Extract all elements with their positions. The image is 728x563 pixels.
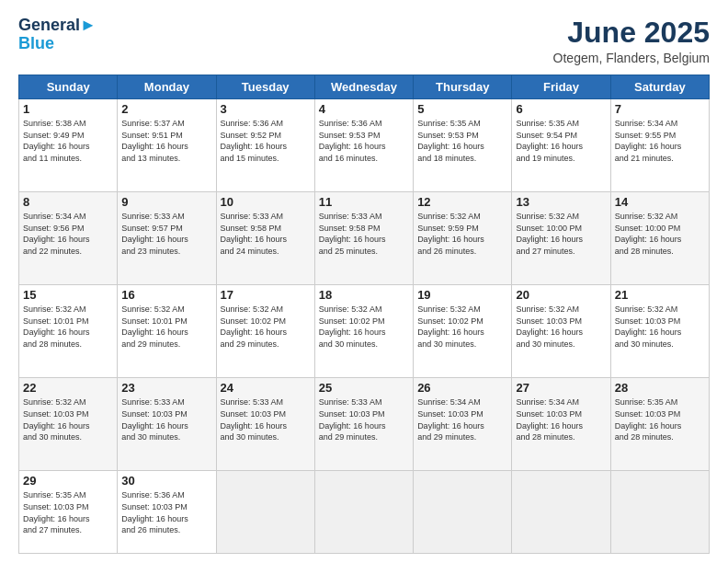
calendar-cell: 19Sunrise: 5:32 AM Sunset: 10:02 PM Dayl… [414, 285, 512, 378]
calendar-cell: 12Sunrise: 5:32 AM Sunset: 9:59 PM Dayli… [414, 192, 512, 285]
day-number: 3 [221, 102, 311, 116]
logo: General► Blue [18, 17, 97, 53]
calendar-cell: 8Sunrise: 5:34 AM Sunset: 9:56 PM Daylig… [19, 192, 118, 285]
day-number: 6 [516, 102, 606, 116]
calendar-cell [216, 471, 314, 554]
day-number: 2 [121, 102, 211, 116]
day-number: 28 [615, 381, 705, 395]
day-info: Sunrise: 5:33 AM Sunset: 9:58 PM Dayligh… [319, 211, 409, 257]
day-number: 30 [121, 474, 211, 488]
day-number: 7 [615, 102, 705, 116]
day-info: Sunrise: 5:32 AM Sunset: 10:03 PM Daylig… [615, 304, 705, 350]
day-info: Sunrise: 5:35 AM Sunset: 10:03 PM Daylig… [23, 489, 113, 535]
calendar-cell: 16Sunrise: 5:32 AM Sunset: 10:01 PM Dayl… [118, 285, 216, 378]
header: General► Blue June 2025 Otegem, Flanders… [18, 17, 710, 65]
calendar-table: SundayMondayTuesdayWednesdayThursdayFrid… [18, 75, 710, 554]
day-info: Sunrise: 5:35 AM Sunset: 9:53 PM Dayligh… [417, 118, 507, 164]
weekday-header-friday: Friday [512, 75, 610, 99]
day-info: Sunrise: 5:32 AM Sunset: 10:02 PM Daylig… [319, 304, 409, 350]
day-info: Sunrise: 5:34 AM Sunset: 10:03 PM Daylig… [417, 396, 507, 442]
day-number: 21 [615, 288, 705, 302]
weekday-header-wednesday: Wednesday [314, 75, 413, 99]
day-number: 25 [319, 381, 409, 395]
calendar-cell: 3Sunrise: 5:36 AM Sunset: 9:52 PM Daylig… [216, 99, 314, 192]
day-number: 18 [319, 288, 409, 302]
calendar-week-row: 15Sunrise: 5:32 AM Sunset: 10:01 PM Dayl… [19, 285, 710, 378]
weekday-header-tuesday: Tuesday [216, 75, 314, 99]
calendar-cell: 11Sunrise: 5:33 AM Sunset: 9:58 PM Dayli… [314, 192, 413, 285]
calendar-cell: 13Sunrise: 5:32 AM Sunset: 10:00 PM Dayl… [512, 192, 610, 285]
calendar-cell: 17Sunrise: 5:32 AM Sunset: 10:02 PM Dayl… [216, 285, 314, 378]
day-info: Sunrise: 5:32 AM Sunset: 10:00 PM Daylig… [516, 211, 606, 257]
day-info: Sunrise: 5:37 AM Sunset: 9:51 PM Dayligh… [121, 118, 211, 164]
calendar-cell: 7Sunrise: 5:34 AM Sunset: 9:55 PM Daylig… [610, 99, 709, 192]
calendar-cell: 9Sunrise: 5:33 AM Sunset: 9:57 PM Daylig… [118, 192, 216, 285]
calendar-cell: 21Sunrise: 5:32 AM Sunset: 10:03 PM Dayl… [610, 285, 709, 378]
day-number: 24 [221, 381, 311, 395]
day-number: 10 [221, 195, 311, 209]
calendar-cell: 15Sunrise: 5:32 AM Sunset: 10:01 PM Dayl… [19, 285, 118, 378]
location: Otegem, Flanders, Belgium [553, 51, 710, 65]
day-number: 20 [516, 288, 606, 302]
day-info: Sunrise: 5:32 AM Sunset: 10:01 PM Daylig… [121, 304, 211, 350]
day-number: 19 [417, 288, 507, 302]
day-number: 26 [417, 381, 507, 395]
calendar-body: 1Sunrise: 5:38 AM Sunset: 9:49 PM Daylig… [19, 99, 710, 554]
weekday-header-thursday: Thursday [414, 75, 512, 99]
calendar-cell: 18Sunrise: 5:32 AM Sunset: 10:02 PM Dayl… [314, 285, 413, 378]
logo-text-blue: Blue [18, 35, 97, 53]
calendar-week-row: 1Sunrise: 5:38 AM Sunset: 9:49 PM Daylig… [19, 99, 710, 192]
day-number: 9 [121, 195, 211, 209]
day-info: Sunrise: 5:34 AM Sunset: 9:55 PM Dayligh… [615, 118, 705, 164]
calendar-header-row: SundayMondayTuesdayWednesdayThursdayFrid… [19, 75, 710, 99]
calendar-week-row: 8Sunrise: 5:34 AM Sunset: 9:56 PM Daylig… [19, 192, 710, 285]
page: General► Blue June 2025 Otegem, Flanders… [0, 0, 728, 563]
day-number: 1 [23, 102, 113, 116]
day-info: Sunrise: 5:32 AM Sunset: 10:02 PM Daylig… [221, 304, 311, 350]
day-info: Sunrise: 5:34 AM Sunset: 10:03 PM Daylig… [516, 396, 606, 442]
calendar-cell: 27Sunrise: 5:34 AM Sunset: 10:03 PM Dayl… [512, 378, 610, 471]
calendar-cell: 5Sunrise: 5:35 AM Sunset: 9:53 PM Daylig… [414, 99, 512, 192]
day-number: 14 [615, 195, 705, 209]
day-number: 27 [516, 381, 606, 395]
day-info: Sunrise: 5:32 AM Sunset: 10:00 PM Daylig… [615, 211, 705, 257]
weekday-header-saturday: Saturday [610, 75, 709, 99]
calendar-cell: 20Sunrise: 5:32 AM Sunset: 10:03 PM Dayl… [512, 285, 610, 378]
logo-text: General► [18, 17, 97, 35]
day-number: 23 [121, 381, 211, 395]
weekday-header-sunday: Sunday [19, 75, 118, 99]
title-block: June 2025 Otegem, Flanders, Belgium [553, 17, 710, 65]
calendar-cell: 23Sunrise: 5:33 AM Sunset: 10:03 PM Dayl… [118, 378, 216, 471]
day-number: 16 [121, 288, 211, 302]
day-number: 11 [319, 195, 409, 209]
calendar-cell: 30Sunrise: 5:36 AM Sunset: 10:03 PM Dayl… [118, 471, 216, 554]
day-info: Sunrise: 5:32 AM Sunset: 9:59 PM Dayligh… [417, 211, 507, 257]
calendar-cell: 10Sunrise: 5:33 AM Sunset: 9:58 PM Dayli… [216, 192, 314, 285]
day-number: 12 [417, 195, 507, 209]
calendar-cell [610, 471, 709, 554]
day-number: 4 [319, 102, 409, 116]
calendar-cell: 22Sunrise: 5:32 AM Sunset: 10:03 PM Dayl… [19, 378, 118, 471]
day-number: 17 [221, 288, 311, 302]
calendar-cell [414, 471, 512, 554]
day-number: 29 [23, 474, 113, 488]
month-title: June 2025 [553, 17, 710, 49]
day-info: Sunrise: 5:35 AM Sunset: 10:03 PM Daylig… [615, 396, 705, 442]
day-info: Sunrise: 5:38 AM Sunset: 9:49 PM Dayligh… [23, 118, 113, 164]
calendar-cell: 1Sunrise: 5:38 AM Sunset: 9:49 PM Daylig… [19, 99, 118, 192]
day-info: Sunrise: 5:33 AM Sunset: 9:58 PM Dayligh… [221, 211, 311, 257]
day-number: 5 [417, 102, 507, 116]
day-info: Sunrise: 5:35 AM Sunset: 9:54 PM Dayligh… [516, 118, 606, 164]
calendar-week-row: 22Sunrise: 5:32 AM Sunset: 10:03 PM Dayl… [19, 378, 710, 471]
calendar-cell [314, 471, 413, 554]
calendar-cell: 14Sunrise: 5:32 AM Sunset: 10:00 PM Dayl… [610, 192, 709, 285]
calendar-week-row: 29Sunrise: 5:35 AM Sunset: 10:03 PM Dayl… [19, 471, 710, 554]
day-number: 15 [23, 288, 113, 302]
calendar-cell: 25Sunrise: 5:33 AM Sunset: 10:03 PM Dayl… [314, 378, 413, 471]
calendar-cell: 26Sunrise: 5:34 AM Sunset: 10:03 PM Dayl… [414, 378, 512, 471]
day-info: Sunrise: 5:34 AM Sunset: 9:56 PM Dayligh… [23, 211, 113, 257]
calendar-cell: 6Sunrise: 5:35 AM Sunset: 9:54 PM Daylig… [512, 99, 610, 192]
calendar-cell: 24Sunrise: 5:33 AM Sunset: 10:03 PM Dayl… [216, 378, 314, 471]
day-info: Sunrise: 5:36 AM Sunset: 9:52 PM Dayligh… [221, 118, 311, 164]
day-number: 8 [23, 195, 113, 209]
